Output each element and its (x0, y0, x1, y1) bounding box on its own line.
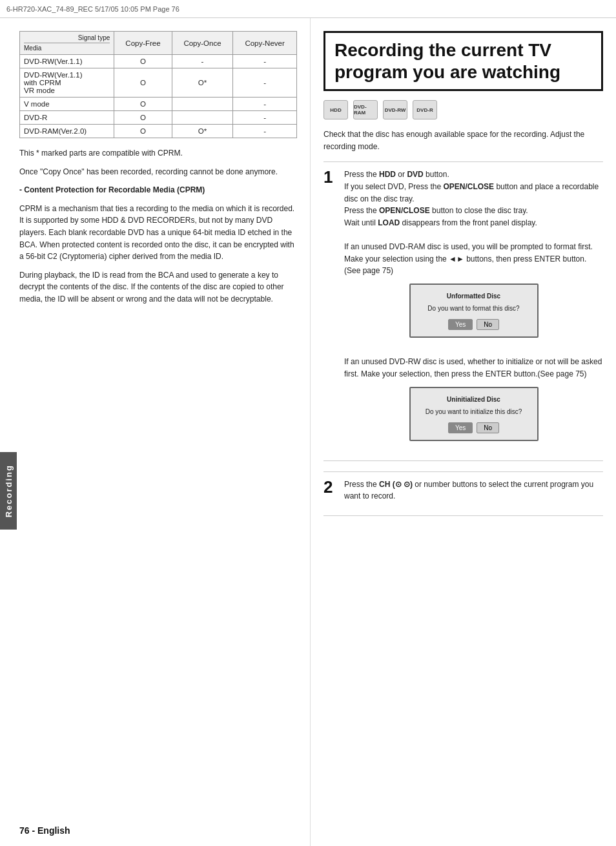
copy-never-dvdrw-1: - (233, 55, 297, 68)
media-dvdrw-1: DVD-RW(Ver.1.1) (20, 55, 114, 68)
copy-free-dvdram: O (114, 125, 172, 138)
table-row: V mode O - (20, 98, 297, 111)
step-1-section: 1 Press the HDD or DVD button. If you se… (323, 169, 603, 460)
cprm-title: - Content Protection for Recordable Medi… (19, 184, 297, 196)
dialog2-yes-button[interactable]: Yes (448, 422, 473, 433)
hdd-icon: HDD (323, 100, 348, 119)
signal-label: Signal type (24, 34, 110, 41)
dialog2-no-button[interactable]: No (477, 422, 499, 433)
table-row: DVD-RAM(Ver.2.0) O O* - (20, 125, 297, 138)
dialog1-question: Do you want to format this disc? (417, 304, 531, 314)
copy-once-dvdrw-cprm: O* (172, 68, 233, 98)
step-2-content: Press the CH (⊙ ⊙) or number buttons to … (344, 479, 603, 502)
page-title: Recording the current TV program you are… (323, 31, 603, 91)
copy-never-dvdr: - (233, 111, 297, 125)
device-icons-row: HDD DVD-RAM DVD-RW DVD-R (323, 100, 603, 119)
step-1-number: 1 (323, 169, 338, 185)
page-number: 76 - English (19, 825, 70, 836)
dialog1-no-button[interactable]: No (477, 319, 499, 330)
header-bar: 6-HR720-XAC_74-89_REC 5/17/05 10:05 PM P… (0, 0, 616, 18)
copy-free-v-mode: O (114, 98, 172, 111)
media-dvdram: DVD-RAM(Ver.2.0) (20, 125, 114, 138)
dialog1-yes-button[interactable]: Yes (448, 319, 473, 330)
step-1-content: Press the HDD or DVD button. If you sele… (344, 169, 603, 447)
check-text: Check that the disc has enough available… (323, 129, 603, 152)
copy-free-dvdr: O (114, 111, 172, 125)
cprm-body1: CPRM is a mechanism that ties a recordin… (19, 203, 297, 263)
note-cprm-marked: This * marked parts are compatible with … (19, 147, 297, 160)
dialog1-title: Unformatted Disc (417, 291, 531, 302)
header-copy-free: Copy-Free (114, 32, 172, 55)
unformatted-disc-dialog: Unformatted Disc Do you want to format t… (409, 284, 539, 338)
copy-once-v-mode (172, 98, 233, 111)
header-copy-never: Copy-Never (233, 32, 297, 55)
cprm-body2: During playback, the ID is read from the… (19, 269, 297, 305)
step1-sub2: Press the OPEN/CLOSE button to close the… (344, 205, 603, 217)
copy-never-v-mode: - (233, 98, 297, 111)
step1-dvdrw-note: If an unused DVD-RW disc is used, whethe… (344, 356, 603, 380)
compatibility-table: Signal type Media Copy-Free Copy-Once Co… (19, 31, 297, 138)
uninitialized-disc-dialog: Uninitialized Disc Do you want to initia… (409, 387, 539, 441)
step1-dvdram-note: If an unused DVD-RAM disc is used, you w… (344, 241, 603, 277)
recording-side-tab: Recording (0, 452, 17, 530)
table-header-media-signal: Signal type Media (20, 32, 114, 55)
copy-once-dvdram: O* (172, 125, 233, 138)
copy-never-dvdram: - (233, 125, 297, 138)
copy-free-dvdrw-cprm: O (114, 68, 172, 98)
step-2-header: 2 Press the CH (⊙ ⊙) or number buttons t… (323, 479, 603, 502)
side-tab-label: Recording (4, 464, 14, 517)
divider-1 (323, 161, 603, 162)
media-dvdr: DVD-R (20, 111, 114, 125)
dvd-ram-icon: DVD-RAM (353, 100, 378, 119)
step1-sub3: Wait until LOAD disappears from the fron… (344, 217, 603, 229)
step-1-header: 1 Press the HDD or DVD button. If you se… (323, 169, 603, 447)
table-row: DVD-RW(Ver.1.1) O - - (20, 55, 297, 68)
dialog2-question: Do you want to initialize this disc? (417, 407, 531, 417)
dvd-r-icon: DVD-R (413, 100, 437, 119)
divider-2 (323, 471, 603, 472)
dialog1-buttons: Yes No (417, 319, 531, 330)
step-2-section: 2 Press the CH (⊙ ⊙) or number buttons t… (323, 479, 603, 516)
right-column: Recording the current TV program you are… (310, 18, 616, 846)
table-row: DVD-RW(Ver.1.1)with CPRMVR mode O O* - (20, 68, 297, 98)
copy-once-dvdr (172, 111, 233, 125)
dvd-rw-icon: DVD-RW (383, 100, 407, 119)
header-copy-once: Copy-Once (172, 32, 233, 55)
dialog2-title: Uninitialized Disc (417, 395, 531, 405)
step1-sub1: If you select DVD, Press the OPEN/CLOSE … (344, 181, 603, 205)
left-column: Signal type Media Copy-Free Copy-Once Co… (0, 18, 310, 846)
media-label: Media (24, 45, 110, 52)
copy-never-dvdrw-cprm: - (233, 68, 297, 98)
header-text: 6-HR720-XAC_74-89_REC 5/17/05 10:05 PM P… (6, 5, 180, 13)
dialog2-buttons: Yes No (417, 422, 531, 433)
media-dvdrw-cprm: DVD-RW(Ver.1.1)with CPRMVR mode (20, 68, 114, 98)
note-copy-once: Once "Copy Once" has been recorded, reco… (19, 166, 297, 178)
copy-once-dvdrw-1: - (172, 55, 233, 68)
page-footer: 76 - English (19, 825, 70, 836)
step-2-number: 2 (323, 479, 338, 495)
copy-free-dvdrw-1: O (114, 55, 172, 68)
table-row: DVD-R O - (20, 111, 297, 125)
media-v-mode: V mode (20, 98, 114, 111)
